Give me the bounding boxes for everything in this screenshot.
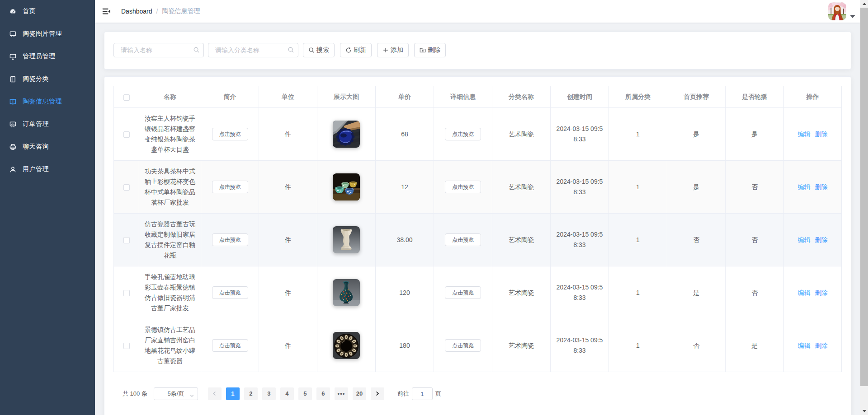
row-select-cell: [114, 214, 139, 266]
sidebar-item-ceramic-categories[interactable]: 陶瓷分类: [0, 68, 95, 90]
sidebar-item-orders[interactable]: 订单管理: [0, 113, 95, 135]
add-button[interactable]: 添加: [377, 43, 409, 57]
intro-preview-button[interactable]: 点击预览: [212, 339, 248, 352]
page-scrollbar[interactable]: [860, 0, 868, 415]
column-header-category-id: 所属分类: [609, 86, 667, 108]
breadcrumb-dashboard[interactable]: Dashboard: [121, 8, 152, 15]
sidebar-item-label: 陶瓷图片管理: [23, 30, 62, 38]
category-id-cell: 1: [609, 319, 667, 372]
row-checkbox[interactable]: [123, 237, 130, 243]
price-cell: 68: [376, 108, 434, 161]
product-thumbnail[interactable]: [333, 121, 360, 148]
product-name-cell: 汝窑主人杯钧瓷手镶银品茗杯建盏窑变纯银茶杯陶瓷茶盏单杯天目盏: [139, 108, 201, 161]
prev-page-button[interactable]: [208, 387, 222, 400]
created-cell: 2024-03-15 09:58:33: [551, 266, 609, 319]
delete-link[interactable]: 删除: [815, 289, 828, 296]
page-button-5[interactable]: 5: [298, 387, 312, 400]
product-thumbnail[interactable]: [333, 332, 360, 359]
delete-link[interactable]: 删除: [815, 342, 828, 349]
more-pages-button[interactable]: •••: [335, 387, 348, 400]
category-search-input[interactable]: [208, 43, 298, 57]
unit-cell: 件: [259, 161, 317, 214]
row-checkbox[interactable]: [123, 184, 130, 191]
sidebar-item-home[interactable]: 首页: [0, 0, 95, 23]
price-cell: 38.00: [376, 214, 434, 266]
search-button[interactable]: 搜索: [303, 43, 335, 57]
product-thumbnail[interactable]: [333, 226, 360, 253]
header-select-all: [114, 86, 139, 108]
detail-preview-button[interactable]: 点击预览: [445, 233, 481, 246]
breadcrumb-current: 陶瓷信息管理: [162, 7, 200, 15]
intro-cell: 点击预览: [201, 214, 259, 266]
column-header-detail: 详细信息: [434, 86, 492, 108]
navbar: Dashboard / 陶瓷信息管理: [95, 0, 860, 23]
intro-preview-button[interactable]: 点击预览: [212, 128, 248, 140]
table-row: 仿古瓷器古董古玩收藏定制做旧家居复古摆件定窑白釉花瓶 点击预览 件 38.00 …: [114, 214, 842, 266]
products-table: 名称 简介 单位 展示大图 单价 详细信息 分类名称 创建时间 所属分类 首页推…: [113, 86, 842, 372]
category-id-cell: 1: [609, 266, 667, 319]
edit-link[interactable]: 编辑: [798, 131, 811, 138]
page-button-1[interactable]: 1: [226, 387, 240, 400]
caret-down-icon[interactable]: [850, 15, 855, 18]
detail-cell: 点击预览: [434, 319, 492, 372]
scrollbar-down-arrow[interactable]: [860, 407, 868, 415]
scrollbar-thumb[interactable]: [860, 8, 868, 386]
goto-page-input[interactable]: [412, 387, 433, 400]
column-header-recommended: 首页推荐: [667, 86, 726, 108]
intro-preview-button[interactable]: 点击预览: [212, 286, 248, 299]
plus-icon: [382, 47, 389, 53]
image-cell: [317, 214, 376, 266]
column-header-name: 名称: [139, 86, 201, 108]
row-checkbox[interactable]: [123, 131, 130, 138]
sidebar-item-label: 首页: [23, 7, 36, 15]
delete-link[interactable]: 删除: [815, 131, 828, 138]
row-select-cell: [114, 319, 139, 372]
sidebar-item-admins[interactable]: 管理员管理: [0, 45, 95, 68]
delete-button[interactable]: 删除: [414, 43, 446, 57]
product-thumbnail[interactable]: [333, 279, 360, 306]
page-size-select[interactable]: 5条/页: [154, 387, 198, 400]
edit-link[interactable]: 编辑: [798, 236, 811, 243]
page-button-3[interactable]: 3: [262, 387, 276, 400]
row-checkbox[interactable]: [123, 290, 130, 296]
notebook-icon: [9, 75, 16, 83]
avatar[interactable]: [828, 2, 846, 20]
edit-link[interactable]: 编辑: [798, 289, 811, 296]
sidebar-item-users[interactable]: 用户管理: [0, 158, 95, 181]
actions-cell: 编辑删除: [784, 161, 842, 214]
sidebar-item-ceramic-info[interactable]: 陶瓷信息管理: [0, 90, 95, 113]
row-select-cell: [114, 266, 139, 319]
intro-cell: 点击预览: [201, 161, 259, 214]
row-checkbox[interactable]: [123, 343, 130, 349]
user-icon: [9, 166, 16, 173]
detail-preview-button[interactable]: 点击预览: [445, 181, 481, 193]
actions-cell: 编辑删除: [784, 108, 842, 161]
product-thumbnail[interactable]: [333, 173, 360, 201]
scrollbar-up-arrow[interactable]: [860, 0, 868, 8]
intro-preview-button[interactable]: 点击预览: [212, 233, 248, 246]
sidebar-item-label: 聊天咨询: [23, 143, 49, 151]
edit-link[interactable]: 编辑: [798, 342, 811, 349]
sidebar-item-chat[interactable]: 聊天咨询: [0, 135, 95, 158]
main-area: Dashboard / 陶瓷信息管理 搜索 刷: [95, 0, 860, 415]
refresh-button[interactable]: 刷新: [340, 43, 372, 57]
page-button-4[interactable]: 4: [280, 387, 294, 400]
detail-preview-button[interactable]: 点击预览: [445, 339, 481, 352]
page-button-6[interactable]: 6: [316, 387, 330, 400]
search-icon: [193, 47, 200, 54]
page-button-last[interactable]: 20: [353, 387, 366, 400]
detail-preview-button[interactable]: 点击预览: [445, 286, 481, 299]
edit-link[interactable]: 编辑: [798, 183, 811, 191]
intro-preview-button[interactable]: 点击预览: [212, 181, 248, 193]
sidebar-item-ceramic-pictures[interactable]: 陶瓷图片管理: [0, 23, 95, 45]
delete-link[interactable]: 删除: [815, 183, 828, 191]
hamburger-icon[interactable]: [95, 0, 118, 23]
detail-preview-button[interactable]: 点击预览: [445, 128, 481, 140]
name-search-input[interactable]: [113, 43, 204, 57]
add-button-label: 添加: [391, 46, 403, 54]
next-page-button[interactable]: [371, 387, 384, 400]
page-button-2[interactable]: 2: [244, 387, 258, 400]
select-all-checkbox[interactable]: [123, 94, 130, 101]
delete-link[interactable]: 删除: [815, 236, 828, 243]
chat-icon: [9, 143, 16, 150]
